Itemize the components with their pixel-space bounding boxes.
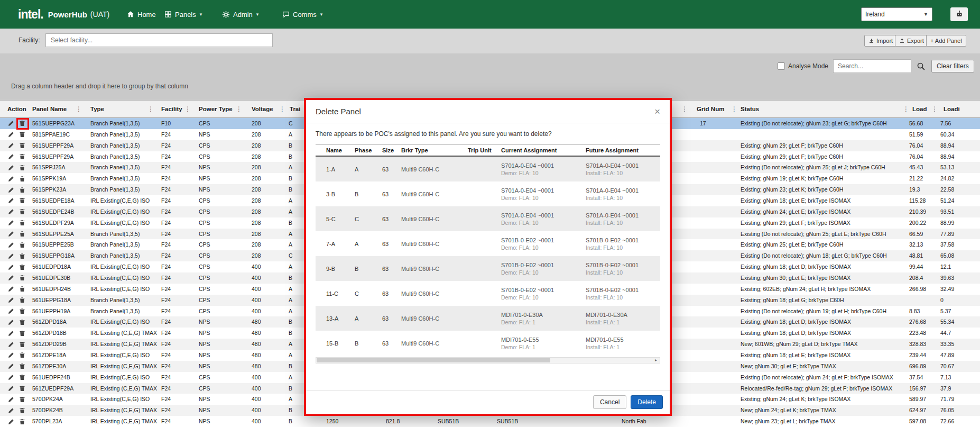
delete-icon[interactable] — [19, 220, 25, 226]
scrollbar-thumb[interactable] — [317, 358, 550, 362]
column-header-facility[interactable]: Facility — [161, 101, 182, 117]
edit-icon[interactable] — [8, 396, 14, 403]
column-menu-icon[interactable]: ⋮ — [184, 101, 191, 117]
delete-icon[interactable] — [19, 396, 25, 403]
edit-icon[interactable] — [8, 208, 14, 215]
column-header-voltage[interactable]: Voltage — [252, 101, 273, 117]
edit-icon[interactable] — [8, 308, 14, 314]
edit-icon[interactable] — [8, 131, 14, 138]
column-menu-icon[interactable]: ⋮ — [147, 101, 154, 117]
edit-icon[interactable] — [8, 419, 14, 425]
column-menu-icon[interactable]: ⋮ — [236, 101, 242, 117]
delete-icon[interactable] — [19, 308, 25, 314]
edit-icon[interactable] — [8, 407, 14, 414]
column-header-status[interactable]: Status — [741, 101, 759, 117]
edit-icon[interactable] — [8, 231, 14, 237]
status-cell: Existing; gNum 29; gLet F; brkType ISOMA… — [741, 217, 908, 229]
delete-icon[interactable] — [19, 419, 25, 425]
edit-icon[interactable] — [8, 385, 14, 392]
import-button[interactable]: Import — [864, 35, 897, 47]
column-header-type[interactable]: Type — [90, 101, 104, 117]
nav-item-comms[interactable]: Comms ▾ — [282, 0, 322, 29]
edit-icon[interactable] — [8, 341, 14, 348]
delete-icon[interactable] — [19, 197, 25, 204]
delete-icon[interactable] — [19, 153, 25, 160]
edit-icon[interactable] — [8, 330, 14, 337]
robot-button[interactable] — [950, 7, 968, 21]
column-menu-icon[interactable]: ⋮ — [731, 101, 737, 117]
edit-icon[interactable] — [8, 220, 14, 226]
cancel-button[interactable]: Cancel — [593, 395, 626, 409]
delete-icon[interactable] — [19, 341, 25, 348]
edit-icon[interactable] — [8, 297, 14, 303]
delete-icon[interactable] — [19, 275, 25, 281]
close-icon[interactable]: × — [654, 106, 660, 116]
delete-icon[interactable] — [19, 165, 25, 171]
scroll-right-icon[interactable]: ▸ — [653, 358, 659, 363]
column-header-power-type[interactable]: Power Type — [199, 101, 233, 117]
column-menu-icon[interactable]: ⋮ — [76, 101, 82, 117]
edit-icon[interactable] — [8, 264, 14, 270]
edit-icon[interactable] — [8, 120, 14, 126]
delete-icon[interactable] — [19, 374, 25, 380]
edit-icon[interactable] — [8, 374, 14, 380]
edit-icon[interactable] — [8, 187, 14, 193]
column-menu-icon[interactable]: ⋮ — [279, 101, 285, 117]
delete-icon[interactable] — [19, 286, 25, 292]
delete-icon[interactable] — [19, 142, 25, 149]
edit-icon[interactable] — [8, 242, 14, 248]
clear-filters-button[interactable]: Clear filters — [931, 60, 974, 72]
delete-icon[interactable] — [19, 253, 25, 259]
edit-icon[interactable] — [8, 165, 14, 171]
nav-item-panels[interactable]: Panels ▾ — [164, 0, 202, 29]
edit-icon[interactable] — [8, 153, 14, 160]
column-header-train[interactable]: Trai — [290, 101, 300, 117]
edit-icon[interactable] — [8, 142, 14, 149]
table-row[interactable]: 570DPL23AIRL Existing (C,E,G) TMAXF24NPS… — [0, 416, 980, 427]
add-panel-button[interactable]: + Add Panel — [926, 35, 966, 47]
column-header-action[interactable]: Action — [7, 101, 26, 117]
delete-icon[interactable] — [19, 385, 25, 392]
nav-item-home[interactable]: Home — [127, 0, 156, 29]
search-input[interactable] — [833, 59, 911, 73]
row-actions — [8, 316, 32, 328]
delete-icon[interactable] — [19, 330, 25, 337]
facility-select-input[interactable] — [45, 33, 273, 47]
delete-button[interactable]: Delete — [631, 395, 663, 409]
delete-icon[interactable] — [19, 352, 25, 358]
edit-icon[interactable] — [8, 286, 14, 292]
column-menu-icon[interactable]: ⋮ — [931, 101, 938, 117]
delete-icon[interactable] — [19, 208, 25, 215]
search-button[interactable] — [914, 59, 928, 73]
delete-icon[interactable] — [19, 407, 25, 414]
edit-icon[interactable] — [8, 176, 14, 182]
export-button[interactable]: Export — [895, 35, 928, 47]
delete-icon[interactable] — [19, 187, 25, 193]
column-header-load[interactable]: Load — [912, 101, 927, 117]
delete-icon[interactable] — [19, 363, 25, 369]
delete-icon[interactable] — [19, 176, 25, 182]
delete-icon[interactable] — [19, 231, 25, 237]
column-menu-icon[interactable]: ⋮ — [903, 101, 909, 117]
delete-icon[interactable] — [19, 319, 25, 325]
edit-icon[interactable] — [8, 275, 14, 281]
column-menu-icon[interactable]: ⋮ — [681, 101, 688, 117]
edit-icon[interactable] — [8, 197, 14, 204]
delete-icon[interactable] — [19, 131, 25, 138]
region-select[interactable]: Ireland ▼ — [861, 7, 932, 21]
nav-item-admin[interactable]: Admin ▾ — [222, 0, 258, 29]
column-header-loading[interactable]: Loadi — [944, 101, 960, 117]
edit-icon[interactable] — [8, 363, 14, 369]
column-header-grid-num[interactable]: Grid Num — [697, 101, 724, 117]
delete-icon[interactable] — [19, 297, 25, 303]
analyse-mode-toggle[interactable]: Analyse Mode — [778, 62, 828, 70]
analyse-mode-checkbox[interactable] — [778, 62, 785, 70]
modal-hscrollbar[interactable]: ▸ — [316, 357, 660, 364]
column-header-panel-name[interactable]: Panel Name — [32, 101, 67, 117]
edit-icon[interactable] — [8, 253, 14, 259]
edit-icon[interactable] — [8, 352, 14, 358]
delete-icon[interactable] — [19, 120, 25, 126]
edit-icon[interactable] — [8, 319, 14, 325]
delete-icon[interactable] — [19, 242, 25, 248]
delete-icon[interactable] — [19, 264, 25, 270]
